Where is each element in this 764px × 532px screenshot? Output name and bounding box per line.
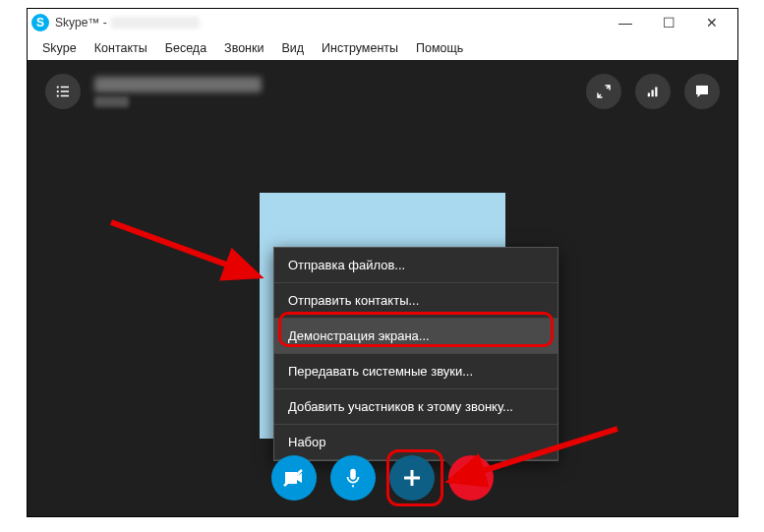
menu-conversation[interactable]: Беседа	[156, 38, 215, 58]
fullscreen-button[interactable]	[586, 74, 621, 109]
menu-tools[interactable]: Инструменты	[313, 38, 407, 58]
plus-menu-popup: Отправка файлов... Отправить контакты...…	[273, 247, 558, 461]
call-top-bar	[28, 74, 737, 109]
contact-subtitle-redacted	[94, 96, 129, 107]
svg-rect-6	[648, 93, 650, 97]
svg-rect-8	[655, 88, 657, 97]
menubar: Skype Контакты Беседа Звонки Вид Инструм…	[28, 36, 737, 60]
svg-rect-5	[61, 95, 69, 97]
call-area: Отправка файлов... Отправить контакты...…	[28, 60, 737, 516]
camera-off-button[interactable]	[271, 455, 317, 501]
menu-skype[interactable]: Skype	[33, 38, 86, 58]
contact-name-redacted	[94, 77, 262, 92]
hangup-button[interactable]	[448, 455, 494, 501]
list-button[interactable]	[45, 74, 81, 109]
menu-item-share-screen[interactable]: Демонстрация экрана...	[274, 319, 558, 354]
menu-item-send-contacts[interactable]: Отправить контакты...	[274, 283, 558, 319]
svg-point-0	[57, 86, 59, 88]
maximize-button[interactable]: ☐	[647, 9, 690, 36]
chat-button[interactable]	[684, 74, 720, 109]
svg-line-12	[111, 222, 259, 276]
svg-point-2	[57, 90, 59, 92]
close-button[interactable]: ✕	[690, 9, 734, 36]
minimize-button[interactable]: —	[604, 9, 647, 36]
app-window: S Skype™ - — ☐ ✕ Skype Контакты Беседа З…	[27, 8, 738, 517]
microphone-button[interactable]	[330, 455, 376, 501]
svg-rect-7	[652, 90, 654, 97]
plus-button[interactable]	[389, 455, 435, 501]
call-controls	[271, 455, 494, 501]
menu-contacts[interactable]: Контакты	[86, 38, 156, 58]
svg-point-4	[57, 94, 59, 96]
menu-calls[interactable]: Звонки	[215, 38, 272, 58]
window-controls: — ☐ ✕	[604, 9, 734, 36]
menu-view[interactable]: Вид	[272, 38, 313, 58]
svg-rect-11	[404, 477, 420, 480]
svg-rect-1	[61, 87, 69, 89]
menu-item-system-sounds[interactable]: Передавать системные звуки...	[274, 354, 558, 389]
svg-rect-3	[61, 90, 69, 92]
skype-logo-icon: S	[31, 14, 49, 31]
menu-item-add-participants[interactable]: Добавить участников к этому звонку...	[274, 389, 558, 425]
window-title: Skype™ -	[55, 16, 107, 30]
contact-name-block	[94, 77, 262, 107]
call-quality-button[interactable]	[635, 74, 671, 109]
window-title-redacted	[111, 17, 200, 29]
titlebar: S Skype™ - — ☐ ✕	[28, 9, 737, 36]
menu-help[interactable]: Помощь	[407, 38, 472, 58]
annotation-arrow-left	[106, 217, 283, 296]
menu-item-send-files[interactable]: Отправка файлов...	[274, 248, 558, 283]
